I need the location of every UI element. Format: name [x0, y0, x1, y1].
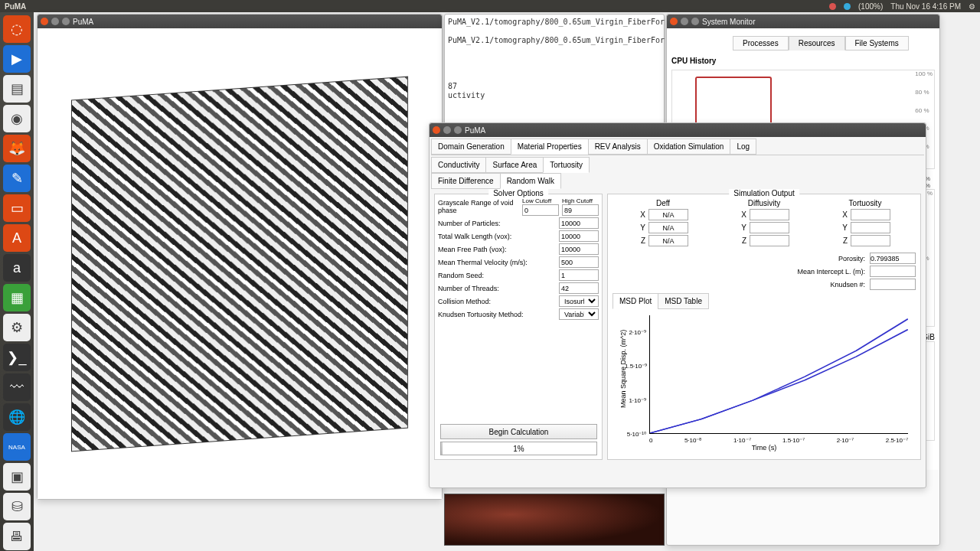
- tab-domain-generation[interactable]: Domain Generation: [431, 139, 511, 155]
- puma-dialog-window: PuMA Domain Generation Material Properti…: [429, 122, 926, 488]
- calculation-progress-bar: 1%: [440, 442, 597, 455]
- puma-viewer-window: PuMA: [37, 14, 443, 500]
- close-icon[interactable]: [433, 126, 440, 134]
- maximize-icon[interactable]: [62, 18, 70, 25]
- deff-y: [648, 222, 688, 233]
- unity-launcher: ◌ ▶ ▤ ◉ 🦊 ✎ ▭ A a ▦ ⚙ ❯_ 〰 🌐 NASA ▣ ⛁ 🖶: [0, 12, 34, 551]
- tab-log[interactable]: Log: [730, 139, 756, 155]
- tab-filesystems[interactable]: File Systems: [845, 36, 909, 51]
- tab-resources[interactable]: Resources: [789, 36, 845, 51]
- desktop-topbar: PuMA (100%) Thu Nov 16 4:16 PM ⚙: [0, 0, 980, 12]
- tab-material-properties[interactable]: Material Properties: [511, 139, 589, 155]
- tab-msd-plot[interactable]: MSD Plot: [612, 293, 658, 309]
- diffusivity-z: [750, 235, 789, 246]
- knudsen-method-select[interactable]: Variable: [559, 308, 599, 320]
- num-particles-input[interactable]: [559, 217, 599, 229]
- tortuosity-x: [851, 209, 890, 220]
- amazon-icon[interactable]: a: [3, 254, 31, 282]
- tab-random-walk[interactable]: Random Walk: [500, 173, 561, 189]
- clock[interactable]: Thu Nov 16 4:16 PM: [890, 2, 961, 11]
- firefox-icon[interactable]: 🦊: [3, 135, 31, 162]
- software-center-icon[interactable]: A: [3, 224, 31, 252]
- window-title: PuMA: [73, 18, 93, 26]
- simulation-output-panel: Simulation Output Deff X Y Z Diffusivity…: [607, 194, 921, 460]
- settings-icon[interactable]: ⚙: [3, 314, 31, 341]
- main-tab-bar: Domain Generation Material Properties RE…: [431, 139, 924, 155]
- terminal-window: PuMA_V2.1/tomography/800_0.65um_Virgin_F…: [444, 14, 665, 125]
- threads-input[interactable]: [559, 282, 599, 294]
- nasa-icon[interactable]: NASA: [3, 433, 31, 461]
- tab-rev-analysis[interactable]: REV Analysis: [588, 139, 648, 155]
- msd-plot-chart: [649, 315, 908, 434]
- minimize-icon[interactable]: [51, 18, 59, 25]
- begin-calculation-button[interactable]: Begin Calculation: [440, 424, 597, 439]
- high-cutoff-input[interactable]: [562, 204, 599, 216]
- porosity-output: [870, 253, 916, 264]
- tortuosity-y: [851, 222, 890, 233]
- files-icon[interactable]: ▤: [3, 75, 31, 103]
- record-indicator-icon: [829, 3, 836, 10]
- gear-icon[interactable]: ⚙: [969, 2, 975, 11]
- media-player-icon[interactable]: ▶: [3, 45, 31, 73]
- diffusivity-x: [750, 209, 789, 220]
- maximize-icon[interactable]: [691, 18, 699, 25]
- random-seed-input[interactable]: [559, 269, 599, 281]
- calc-icon[interactable]: ▦: [3, 284, 31, 311]
- terminal-icon[interactable]: ❯_: [3, 344, 31, 371]
- collision-method-select[interactable]: Isosurface: [559, 295, 599, 307]
- terminal-output[interactable]: PuMA_V2.1/tomography/800_0.65um_Virgin_F…: [445, 15, 664, 103]
- fiber-volume-render: [71, 76, 408, 452]
- cpu-history-label: CPU History: [671, 57, 935, 65]
- desktop-wallpaper-image: [444, 494, 665, 546]
- tab-conductivity[interactable]: Conductivity: [431, 157, 486, 173]
- workspace-icon[interactable]: ▣: [3, 463, 31, 491]
- tab-oxidation-simulation[interactable]: Oxidation Simulation: [647, 139, 731, 155]
- tab-finite-difference[interactable]: Finite Difference: [431, 173, 501, 189]
- mean-free-path-input[interactable]: [559, 243, 599, 255]
- minimize-icon[interactable]: [681, 18, 688, 25]
- 3d-viewport[interactable]: [38, 28, 442, 499]
- tortuosity-z: [851, 235, 890, 246]
- writer-icon[interactable]: ✎: [3, 165, 31, 192]
- deff-z: [648, 235, 688, 246]
- deff-x: [648, 209, 688, 220]
- chrome-icon[interactable]: ◉: [3, 105, 31, 132]
- battery-status[interactable]: (100%): [858, 2, 883, 11]
- knudsen-output: [870, 279, 916, 290]
- printer-icon[interactable]: 🖶: [3, 523, 31, 550]
- window-title: System Monitor: [702, 18, 755, 26]
- globe-icon[interactable]: 🌐: [3, 403, 31, 431]
- tab-surface-area[interactable]: Surface Area: [485, 157, 544, 173]
- window-title: PuMA: [465, 126, 485, 135]
- thermal-velocity-input[interactable]: [559, 256, 599, 268]
- sysmon-tab-bar: Processes Resources File Systems: [733, 36, 935, 51]
- diffusivity-y: [750, 222, 789, 233]
- low-cutoff-input[interactable]: [522, 204, 559, 216]
- skype-icon[interactable]: [844, 3, 851, 10]
- system-monitor-icon[interactable]: 〰: [3, 373, 31, 401]
- tab-processes[interactable]: Processes: [733, 36, 789, 51]
- tab-tortuosity[interactable]: Tortuosity: [543, 157, 590, 173]
- close-icon[interactable]: [41, 18, 48, 25]
- minimize-icon[interactable]: [443, 126, 451, 134]
- intercept-output: [870, 266, 916, 277]
- dash-icon[interactable]: ◌: [3, 15, 31, 43]
- active-app-name: PuMA: [5, 2, 26, 11]
- tab-msd-table[interactable]: MSD Table: [658, 293, 709, 309]
- walk-length-input[interactable]: [559, 230, 599, 242]
- solver-options-panel: Solver Options Grayscale Range of void p…: [434, 194, 603, 460]
- msd-xlabel: Time (s): [612, 444, 916, 452]
- disk-icon[interactable]: ⛁: [3, 493, 31, 520]
- maximize-icon[interactable]: [454, 126, 462, 134]
- close-icon[interactable]: [670, 18, 678, 25]
- impress-icon[interactable]: ▭: [3, 194, 31, 222]
